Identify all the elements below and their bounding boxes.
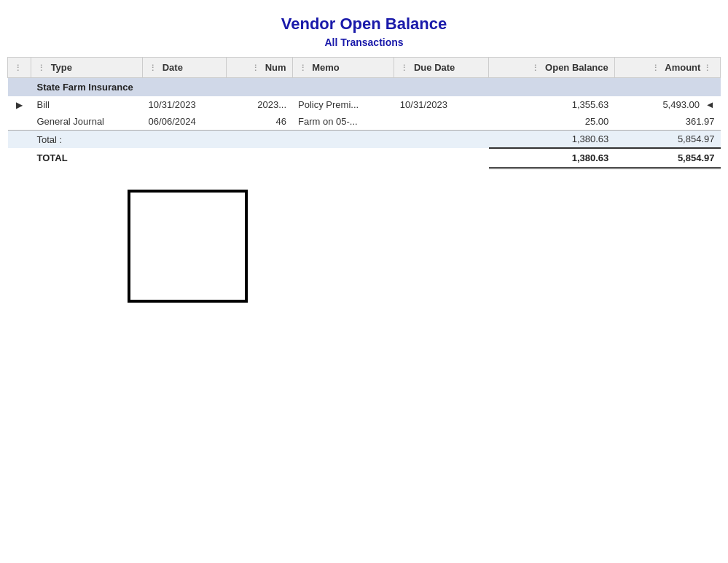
row-num: 2023...: [226, 96, 292, 113]
col-header-date: ⋮ Date: [143, 58, 226, 78]
vendor-header-spacer: [8, 78, 31, 97]
table-row[interactable]: ▶ Bill 10/31/2023 2023... Policy Premi..…: [8, 96, 721, 113]
col-header-open-balance: ⋮ Open Balance: [489, 58, 615, 78]
row-due-date: [394, 113, 489, 131]
row-num: 46: [226, 113, 292, 131]
subtotal-row: Total : 1,380.63 5,854.97: [8, 131, 721, 149]
row-memo: Policy Premi...: [292, 96, 394, 113]
subtotal-label: Total :: [31, 131, 489, 149]
total-row: TOTAL 1,380.63 5,854.97: [8, 148, 721, 168]
row-open-balance: 1,355.63: [489, 96, 615, 113]
row-amount-indicator: ◄: [705, 99, 715, 110]
col-header-num: ⋮ Num: [226, 58, 292, 78]
vendor-open-balance-table: ⋮ ⋮ Type ⋮ Date ⋮ Num ⋮ Memo: [7, 57, 721, 169]
row-date: 06/06/2024: [143, 113, 226, 131]
report-subtitle: All Transactions: [7, 36, 721, 48]
row-amount: 361.97: [614, 113, 720, 131]
vendor-name: State Farm Insurance: [31, 78, 721, 97]
total-label: TOTAL: [31, 148, 489, 168]
row-type: General Journal: [31, 113, 143, 131]
row-date: 10/31/2023: [143, 96, 226, 113]
table-header-row: ⋮ ⋮ Type ⋮ Date ⋮ Num ⋮ Memo: [8, 58, 721, 78]
row-expand-arrow[interactable]: ▶: [8, 96, 31, 113]
col-header-type: ⋮ Type: [31, 58, 143, 78]
annotation-box: [128, 190, 248, 303]
row-due-date: 10/31/2023: [394, 96, 489, 113]
row-expand-arrow-empty: [8, 113, 31, 131]
col-header-amount: ⋮ Amount ⋮: [614, 58, 720, 78]
row-open-balance: 25.00: [489, 113, 615, 131]
row-type: Bill: [31, 96, 143, 113]
subtotal-amount: 5,854.97: [614, 131, 720, 149]
col-header-arrow: ⋮: [8, 58, 31, 78]
subtotal-open-balance: 1,380.63: [489, 131, 615, 149]
total-spacer: [8, 148, 31, 168]
total-amount: 5,854.97: [614, 148, 720, 168]
total-open-balance: 1,380.63: [489, 148, 615, 168]
col-header-memo: ⋮ Memo: [292, 58, 394, 78]
subtotal-spacer: [8, 131, 31, 149]
row-memo: Farm on 05-...: [292, 113, 394, 131]
table-row[interactable]: General Journal 06/06/2024 46 Farm on 05…: [8, 113, 721, 131]
report-title: Vendor Open Balance: [7, 15, 721, 34]
col-header-due-date: ⋮ Due Date: [394, 58, 489, 78]
row-amount: 5,493.00 ◄: [614, 96, 720, 113]
vendor-header-row: State Farm Insurance: [8, 78, 721, 97]
